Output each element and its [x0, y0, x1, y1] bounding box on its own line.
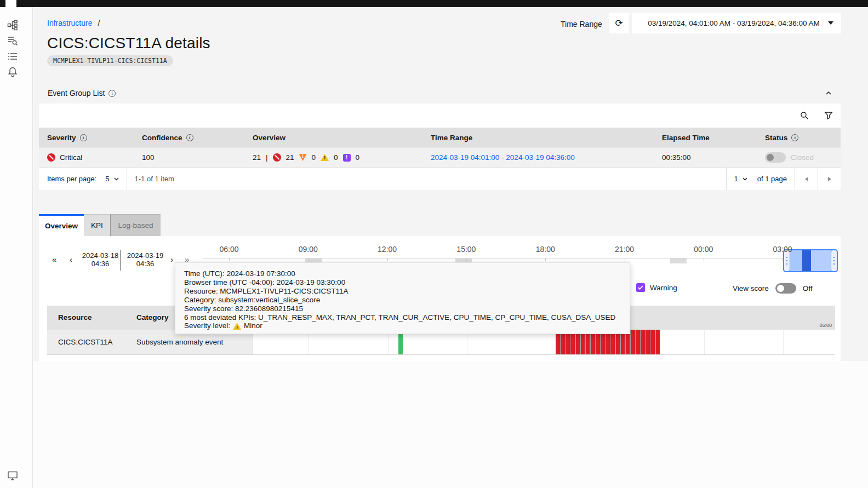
brush-right-handle[interactable]	[831, 250, 837, 271]
refresh-icon: ⟳	[615, 18, 623, 29]
warning-checkbox[interactable]	[636, 283, 645, 292]
critical-count: 21	[286, 153, 294, 162]
info-icon[interactable]: i	[80, 134, 87, 141]
view-score-toggle[interactable]	[775, 283, 796, 294]
view-score-state: Off	[803, 284, 813, 292]
filter-icon[interactable]	[816, 104, 841, 128]
critical-event-bar[interactable]	[656, 330, 660, 354]
gridline	[704, 330, 705, 354]
breadcrumb-separator: /	[98, 19, 100, 27]
breadcrumb: Infrastructure /	[47, 19, 100, 27]
pagination-range: 1-1 of 1 item	[127, 168, 182, 190]
axis-tick-label: 03:00	[773, 245, 792, 254]
topology-icon[interactable]	[7, 20, 18, 31]
prev-date-label[interactable]: 2024-03-1804:36	[77, 251, 123, 268]
prev-day-arrow-icon[interactable]: ‹	[70, 255, 72, 264]
axis-tick-mark	[466, 258, 467, 261]
view-score-control: View score Off	[733, 283, 813, 294]
timeline-panel: « ‹ 2024-03-1804:36 2024-03-1904:36 › »	[39, 236, 841, 361]
prev-page-button[interactable]	[795, 168, 818, 190]
info-count-icon	[343, 154, 351, 162]
axis-tick-label: 00:00	[694, 245, 713, 254]
critical-severity-icon	[47, 153, 55, 162]
collapse-chevron-up-icon[interactable]	[825, 90, 832, 96]
empty-area	[33, 361, 868, 488]
time-range-value: 03/19/2024, 04:01:00 AM - 03/19/2024, 04…	[639, 19, 828, 27]
event-table-header: SeverityiConfidenceiOverviewTime RangeEl…	[39, 128, 841, 147]
first-page-arrows-icon[interactable]: «	[52, 255, 56, 264]
column-header-elapsed-time: Elapsed Time	[662, 134, 765, 142]
warning-label: Warning	[650, 284, 677, 292]
tooltip-line: Severity score: 82.23608980215415	[184, 305, 621, 313]
tooltip-line: 6 most deviated KPIs: U_TRAN_RESP_MAX, T…	[184, 313, 621, 322]
status-toggle[interactable]	[765, 152, 786, 163]
critical-event-bar[interactable]	[631, 330, 635, 354]
critical-count-icon	[273, 153, 281, 162]
breadcrumb-infrastructure[interactable]: Infrastructure	[47, 19, 92, 27]
severity-level-value: Minor	[244, 321, 262, 330]
critical-event-bar[interactable]	[636, 330, 640, 354]
tab-kpi[interactable]: KPI	[84, 214, 110, 236]
axis-tick-mark	[229, 258, 230, 261]
axis-tick-mark	[308, 258, 309, 261]
left-sidebar	[0, 7, 33, 488]
refresh-button[interactable]: ⟳	[609, 13, 629, 33]
chevron-down-icon	[114, 177, 119, 181]
status-label: Closed	[791, 153, 814, 162]
resource-value: CICS:CICST11A	[58, 338, 113, 346]
resource-tag: MCMPLEX1-TIVLP11-CICS:CICST11A	[47, 55, 173, 66]
event-time-range-link[interactable]: 2024-03-19 04:01:00 - 2024-03-19 04:36:0…	[431, 153, 662, 162]
column-header-confidence: Confidencei	[142, 134, 253, 142]
items-per-page[interactable]: Items per page: 5	[39, 168, 127, 190]
time-range-selector[interactable]: 03/19/2024, 04:01:00 AM - 03/19/2024, 04…	[632, 13, 841, 33]
bell-icon[interactable]	[7, 66, 18, 77]
event-group-header: Event Group List i	[39, 83, 841, 104]
event-group-title: Event Group List	[48, 89, 105, 97]
top-left-corner	[0, 0, 5, 7]
search-list-icon[interactable]	[7, 35, 18, 46]
axis-tick-label: 18:00	[536, 245, 555, 254]
list-icon[interactable]	[7, 51, 18, 62]
chevron-down-icon	[828, 21, 833, 25]
minimap-mark	[670, 259, 687, 263]
search-icon[interactable]	[792, 104, 816, 128]
axis-tick-mark	[783, 258, 783, 261]
date-divider	[121, 250, 121, 271]
critical-event-bar[interactable]	[650, 330, 655, 354]
view-score-label: View score	[733, 284, 769, 292]
info-icon[interactable]: i	[108, 90, 116, 97]
critical-event-bar[interactable]	[641, 330, 645, 354]
minor-count-icon	[321, 154, 329, 161]
event-table-row[interactable]: Critical 100 21 | 21 0 0 0 2024-03-19 04…	[39, 147, 841, 167]
axis-tick-mark	[387, 258, 388, 261]
tab-overview[interactable]: Overview	[39, 214, 84, 236]
pagination-bar: Items per page: 5 1-1 of 1 item 1 of 1 p…	[39, 167, 841, 190]
major-count: 0	[312, 153, 316, 162]
tooltip-line: Resource: MCMPLEX1-TIVLP11-CICS:CICST11A	[184, 287, 621, 296]
axis-tick-label: 12:00	[378, 245, 397, 254]
severity-value: Critical	[60, 153, 82, 162]
overview-separator: |	[266, 153, 268, 162]
next-page-button[interactable]	[818, 168, 841, 190]
minor-count: 0	[334, 153, 338, 162]
next-day-arrow-icon[interactable]: ›	[170, 255, 173, 264]
event-group-card: Event Group List i SeverityiConfidenceiO…	[39, 83, 841, 190]
tooltip-line: Browser time (UTC -04:00): 2024-03-19 03…	[184, 278, 621, 287]
column-header-status: Statusi	[765, 134, 841, 142]
next-date-label[interactable]: 2024-03-1904:36	[122, 251, 168, 268]
info-count: 0	[356, 153, 360, 162]
page-select[interactable]: 1 of 1 page	[726, 168, 795, 190]
confidence-value: 100	[142, 153, 253, 162]
gridline	[783, 330, 784, 354]
screen-icon[interactable]	[7, 470, 18, 481]
info-icon[interactable]: i	[791, 134, 798, 141]
critical-event-bar[interactable]	[646, 330, 650, 354]
brush-selected-segment	[802, 250, 811, 271]
page-total: of 1 page	[757, 175, 787, 183]
resource-column-header: Resource	[58, 313, 92, 321]
page-title: CICS:CICST11A details	[47, 35, 210, 52]
time-range-label: Time Range	[561, 20, 602, 28]
category-column-header: Category	[136, 313, 169, 321]
info-icon[interactable]: i	[186, 134, 193, 141]
major-count-icon	[299, 154, 307, 161]
